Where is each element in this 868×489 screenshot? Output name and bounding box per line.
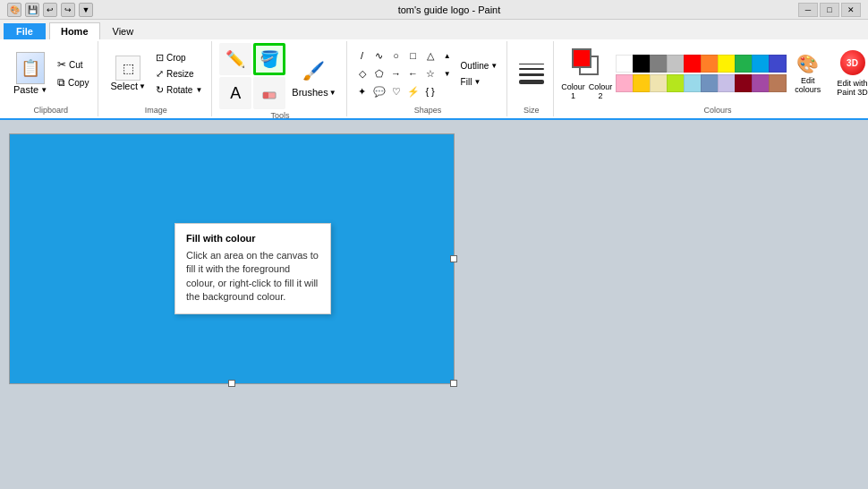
color-yellow[interactable] — [718, 55, 736, 73]
line-shape[interactable]: / — [354, 47, 370, 64]
color-green[interactable] — [735, 55, 753, 73]
paste-icon: 📋 — [16, 52, 45, 84]
outline-dropdown-btn[interactable]: Outline ▼ — [457, 59, 502, 73]
copy-icon: ⧉ — [57, 76, 65, 89]
crop-button[interactable]: ⊡ Crop — [152, 50, 206, 65]
arrow-right-shape[interactable]: → — [388, 65, 404, 82]
star4-shape[interactable]: ✦ — [354, 83, 370, 99]
tooltip-box: Fill with colour Click an area on the ca… — [174, 223, 331, 314]
undo-quick-btn[interactable]: ↩ — [43, 3, 57, 17]
color-lime[interactable] — [667, 74, 685, 92]
callout-shape[interactable]: 💬 — [371, 83, 387, 99]
clipboard-group: 📋 Paste ▼ ✂ Cut ⧉ Copy Clipboard — [4, 41, 98, 116]
size-line-1[interactable] — [519, 64, 544, 64]
text-tool-button[interactable]: A — [219, 77, 251, 109]
size-line-3[interactable] — [519, 73, 544, 76]
rotate-button[interactable]: ↻ Rotate ▼ — [152, 82, 206, 98]
color-blue[interactable] — [769, 55, 787, 73]
size-line-4[interactable] — [519, 80, 544, 84]
color-orange[interactable] — [701, 55, 719, 73]
color-black[interactable] — [633, 55, 651, 73]
titlebar-quick-icons[interactable]: 🎨 💾 ↩ ↪ ▼ — [7, 3, 93, 17]
crop-icon: ⊡ — [156, 52, 164, 64]
save-quick-btn[interactable]: 💾 — [25, 3, 39, 17]
color-slateblue[interactable] — [701, 74, 719, 92]
fill-tool-button[interactable]: 🪣 — [253, 43, 285, 75]
color-tan[interactable] — [650, 74, 668, 92]
bracket-shape[interactable]: { } — [422, 83, 438, 99]
tab-view[interactable]: View — [101, 22, 146, 39]
copy-button[interactable]: ⧉ Copy — [54, 74, 92, 90]
color-gold[interactable] — [633, 74, 651, 92]
color-lavender[interactable] — [718, 74, 736, 92]
colours-content: Colour1 Colour2 — [561, 43, 868, 104]
size-line-2[interactable] — [519, 68, 544, 70]
maximize-btn[interactable]: □ — [820, 3, 839, 17]
color-purple[interactable] — [752, 74, 770, 92]
paste-button[interactable]: 📋 Paste ▼ — [9, 49, 52, 98]
rotate-arrow: ▼ — [195, 86, 202, 94]
ribbon-tabs: File Home View — [0, 20, 868, 39]
lightning-shape[interactable]: ⚡ — [405, 83, 421, 99]
colours-label: Colours — [561, 106, 868, 115]
triangle-shape[interactable]: △ — [422, 47, 438, 64]
close-btn[interactable]: ✕ — [841, 3, 861, 17]
fill-dropdown-btn[interactable]: Fill ▼ — [457, 75, 502, 89]
color-cyan[interactable] — [752, 55, 770, 73]
select-dropdown-arrow: ▼ — [139, 82, 146, 90]
heart-shape[interactable]: ♡ — [388, 83, 404, 99]
eraser-tool-button[interactable] — [253, 77, 285, 109]
colour2-label: Colour2 — [589, 82, 613, 100]
resize-button[interactable]: ⤢ Resize — [152, 66, 206, 82]
edit-paint3d-button[interactable]: 3D Edit withPaint 3D — [830, 47, 868, 99]
colour-palette-area — [616, 55, 785, 92]
color-lightblue[interactable] — [684, 74, 702, 92]
canvas-resize-handle-b[interactable] — [228, 380, 235, 387]
color-maroon[interactable] — [735, 74, 753, 92]
select-button[interactable]: ⬚ Select ▼ — [106, 53, 150, 94]
curve-shape[interactable]: ∿ — [371, 47, 387, 64]
pencil-tool-button[interactable]: ✏️ — [219, 43, 251, 75]
qat-dropdown-btn[interactable]: ▼ — [79, 3, 93, 17]
arrow-left-shape[interactable]: ← — [405, 65, 421, 82]
resize-icon: ⤢ — [156, 68, 164, 80]
clipboard-secondary-btns: ✂ Cut ⧉ Copy — [54, 56, 92, 90]
shapes-group: / ∿ ○ □ △ ▲ ◇ ⬠ → ← ☆ ▼ ✦ 💬 — [349, 41, 508, 116]
outline-fill-area: Outline ▼ Fill ▼ — [457, 59, 502, 89]
color-brown[interactable] — [769, 74, 787, 92]
main-area: Fill with colour Click an area on the ca… — [0, 120, 868, 469]
edit-colours-button[interactable]: 🎨 Editcolours — [788, 50, 827, 97]
shapes-down-btn[interactable]: ▼ — [439, 65, 455, 82]
select-icon: ⬚ — [115, 56, 140, 81]
color-red[interactable] — [684, 55, 702, 73]
cut-button[interactable]: ✂ Cut — [54, 56, 92, 73]
rect-shape[interactable]: □ — [405, 47, 421, 64]
colour1-swatch[interactable] — [572, 48, 591, 68]
pentagon-shape[interactable]: ⬠ — [371, 65, 387, 82]
oval-shape[interactable]: ○ — [388, 47, 404, 64]
window-controls[interactable]: ─ □ ✕ — [798, 3, 861, 17]
color-white[interactable] — [616, 55, 634, 73]
diamond-shape[interactable]: ◇ — [354, 65, 370, 82]
color-pink1[interactable] — [616, 74, 634, 92]
shapes-row-1: / ∿ ○ □ △ ▲ — [354, 47, 455, 64]
tab-home[interactable]: Home — [49, 22, 100, 39]
outline-label: Outline — [461, 61, 489, 71]
copy-label: Copy — [68, 78, 89, 88]
color-gray2[interactable] — [667, 55, 685, 73]
brushes-icon: 🖌️ — [300, 55, 328, 87]
shapes-label: Shapes — [354, 106, 502, 115]
canvas-resize-handle-r[interactable] — [450, 255, 457, 262]
redo-quick-btn[interactable]: ↪ — [61, 3, 75, 17]
brushes-arrow: ▼ — [329, 89, 336, 97]
tab-file[interactable]: File — [4, 23, 46, 39]
color-gray1[interactable] — [650, 55, 668, 73]
shapes-more-btn[interactable]: ▲ — [439, 47, 455, 64]
canvas-resize-handle-br[interactable] — [450, 380, 457, 387]
resize-label: Resize — [166, 69, 194, 79]
ribbon: 📋 Paste ▼ ✂ Cut ⧉ Copy Clipboard — [0, 39, 868, 120]
size-label: Size — [515, 106, 548, 115]
star-shape[interactable]: ☆ — [422, 65, 438, 82]
brushes-button[interactable]: 🖌️ Brushes ▼ — [287, 52, 340, 100]
minimize-btn[interactable]: ─ — [798, 3, 818, 17]
